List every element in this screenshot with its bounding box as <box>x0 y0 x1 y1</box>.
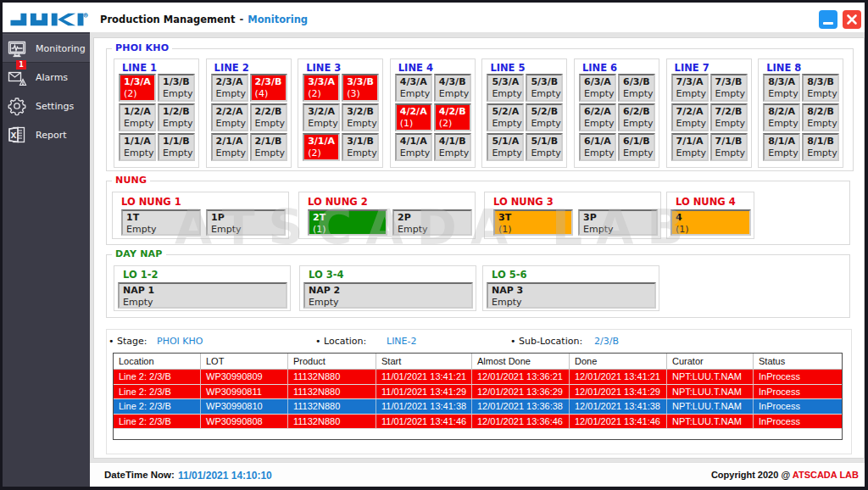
status-cell-1-1-b[interactable]: 1/1/BEmpty <box>158 133 195 161</box>
status-cell-5-2-b[interactable]: 5/2/BEmpty <box>526 103 563 131</box>
sidebar-item-alarms[interactable]: 1Alarms <box>3 63 90 92</box>
status-cell-8-1-b[interactable]: 8/1/BEmpty <box>802 133 839 161</box>
minimize-button[interactable] <box>819 10 837 29</box>
status-cell-6-2-a[interactable]: 6/2/AEmpty <box>579 103 616 131</box>
status-cell-6-2-b[interactable]: 6/2/BEmpty <box>618 103 655 131</box>
cell-name: 4/3/A <box>400 75 431 88</box>
column-header-product[interactable]: Product <box>288 354 376 370</box>
table-row-4[interactable]: Line 2: 2/3/BWP3099080811132N88011/01/20… <box>114 415 842 430</box>
sidebar-item-monitoring[interactable]: Monitoring <box>3 34 90 63</box>
status-cell-3-3-b[interactable]: 3/3/B(3) <box>342 74 379 102</box>
status-cell-6-3-a[interactable]: 6/3/AEmpty <box>579 74 616 102</box>
cell-name: 3/2/A <box>308 105 338 118</box>
close-button[interactable] <box>843 10 861 29</box>
status-cell-7-3-a[interactable]: 7/3/AEmpty <box>671 74 709 102</box>
status-cell-5-1-a[interactable]: 5/1/AEmpty <box>487 133 524 161</box>
cell-value: Empty <box>211 224 284 236</box>
status-cell-4-3-a[interactable]: 4/3/AEmpty <box>395 74 432 102</box>
column-header-location[interactable]: Location <box>114 354 201 370</box>
status-cell-3-3-a[interactable]: 3/3/A(2) <box>303 74 340 102</box>
column-header-lot[interactable]: LOT <box>201 354 288 370</box>
status-cell-3-1-b[interactable]: 3/1/BEmpty <box>342 133 379 161</box>
status-cell-1t[interactable]: 1TEmpty <box>121 209 201 236</box>
line-box-4: LINE 44/3/AEmpty4/3/BEmpty4/2/A(1)4/2/B(… <box>390 58 476 168</box>
status-cell-4-2-a[interactable]: 4/2/A(1) <box>395 103 432 131</box>
column-header-start[interactable]: Start <box>376 354 472 370</box>
status-cell-5-3-b[interactable]: 5/3/BEmpty <box>526 74 563 102</box>
status-cell-8-3-a[interactable]: 8/3/AEmpty <box>763 74 800 102</box>
status-cell-8-3-b[interactable]: 8/3/BEmpty <box>802 74 839 102</box>
status-cell-7-2-b[interactable]: 7/2/BEmpty <box>710 103 748 131</box>
table-row-3[interactable]: Line 2: 2/3/BWP3099081011132N88011/01/20… <box>114 399 842 415</box>
status-cell-2-2-b[interactable]: 2/2/BEmpty <box>250 103 287 131</box>
status-cell-2-1-b[interactable]: 2/1/BEmpty <box>250 133 287 161</box>
cell-value: Empty <box>531 148 561 159</box>
status-cell-7-1-a[interactable]: 7/1/AEmpty <box>671 133 709 161</box>
cell-name: 4/1/A <box>400 135 431 148</box>
status-cell-7-2-a[interactable]: 7/2/AEmpty <box>671 103 709 131</box>
table-row-2[interactable]: Line 2: 2/3/BWP3099081111132N88011/01/20… <box>114 385 842 400</box>
status-cell-2t[interactable]: 2T(1) <box>308 209 387 236</box>
status-cell-4-1-b[interactable]: 4/1/BEmpty <box>434 133 471 161</box>
status-cell-nap-3[interactable]: NAP 3Empty <box>487 282 656 309</box>
cell-value: Empty <box>676 118 707 130</box>
column-header-done[interactable]: Done <box>570 354 667 370</box>
status-cell-1p[interactable]: 1PEmpty <box>206 209 286 236</box>
cell-value: (2) <box>308 148 338 159</box>
status-cell-7-1-b[interactable]: 7/1/BEmpty <box>710 133 748 161</box>
status-cell-8-2-a[interactable]: 8/2/AEmpty <box>763 103 800 131</box>
juki-logo: R <box>10 13 88 26</box>
status-cell-2-3-b[interactable]: 2/3/B(4) <box>250 74 287 102</box>
cell-value: Empty <box>807 118 837 130</box>
status-cell-2-3-a[interactable]: 2/3/AEmpty <box>211 74 248 102</box>
sidebar-item-report[interactable]: XReport <box>3 120 90 149</box>
column-header-status[interactable]: Status <box>754 354 842 370</box>
cell-name: 6/1/B <box>623 135 654 148</box>
cell-value: Empty <box>126 224 199 236</box>
title-bar: R Production Management-Monitoring <box>3 3 865 32</box>
status-cell-3-1-a[interactable]: 3/1/A(2) <box>303 133 340 161</box>
line-box-title: LINE 3 <box>306 62 341 74</box>
status-cell-4-1-a[interactable]: 4/1/AEmpty <box>395 133 432 161</box>
cell-value: Empty <box>623 148 654 159</box>
status-cell-nap-1[interactable]: NAP 1Empty <box>118 282 287 309</box>
table-cell: WP30990811 <box>201 385 288 400</box>
status-cell-6-1-b[interactable]: 6/1/BEmpty <box>618 133 655 161</box>
status-cell-3-2-b[interactable]: 3/2/BEmpty <box>342 103 379 131</box>
status-cell-5-3-a[interactable]: 5/3/AEmpty <box>487 74 524 102</box>
status-cell-7-3-b[interactable]: 7/3/BEmpty <box>710 74 748 102</box>
status-cell-5-1-b[interactable]: 5/1/BEmpty <box>526 133 563 161</box>
status-cell-1-2-b[interactable]: 1/2/BEmpty <box>158 103 195 131</box>
status-cell-4-2-b[interactable]: 4/2/B(2) <box>434 103 471 131</box>
status-cell-2-1-a[interactable]: 2/1/AEmpty <box>211 133 248 161</box>
status-cell-4[interactable]: 4(1) <box>670 209 751 236</box>
status-cell-1-3-a[interactable]: 1/3/A(2) <box>119 74 156 102</box>
column-header-curator[interactable]: Curator <box>667 354 754 370</box>
table-row-1[interactable]: Line 2: 2/3/BWP3099080911132N88011/01/20… <box>114 370 842 385</box>
status-cell-1-2-a[interactable]: 1/2/AEmpty <box>119 103 156 131</box>
status-cell-6-3-b[interactable]: 6/3/BEmpty <box>618 74 655 102</box>
cell-value: (3) <box>347 88 377 100</box>
status-cell-6-1-a[interactable]: 6/1/AEmpty <box>579 133 616 161</box>
status-cell-8-1-a[interactable]: 8/1/AEmpty <box>763 133 800 161</box>
status-cell-2-2-a[interactable]: 2/2/AEmpty <box>211 103 248 131</box>
status-cell-1-3-b[interactable]: 1/3/BEmpty <box>158 74 195 102</box>
status-cell-5-2-a[interactable]: 5/2/AEmpty <box>487 103 524 131</box>
cell-value: Empty <box>531 118 561 130</box>
cell-value: Empty <box>676 88 707 100</box>
status-cell-8-2-b[interactable]: 8/2/BEmpty <box>802 103 839 131</box>
status-cell-1-1-a[interactable]: 1/1/AEmpty <box>119 133 156 161</box>
column-header-almost-done[interactable]: Almost Done <box>472 354 570 370</box>
location-value: LINE-2 <box>387 336 417 347</box>
sidebar-item-settings[interactable]: Settings <box>3 92 90 120</box>
status-cell-3t[interactable]: 3T(1) <box>493 209 573 236</box>
status-cell-2p[interactable]: 2PEmpty <box>392 209 472 236</box>
cell-name: NAP 3 <box>492 284 654 297</box>
status-cell-4-3-b[interactable]: 4/3/BEmpty <box>434 74 471 102</box>
table-cell: InProcess <box>754 385 842 400</box>
status-cell-nap-2[interactable]: NAP 2Empty <box>303 282 473 309</box>
status-cell-3-2-a[interactable]: 3/2/AEmpty <box>303 103 340 131</box>
alarm-mail-icon <box>7 67 27 87</box>
section-title-nung: NUNG <box>112 175 150 186</box>
status-cell-3p[interactable]: 3PEmpty <box>578 209 658 236</box>
